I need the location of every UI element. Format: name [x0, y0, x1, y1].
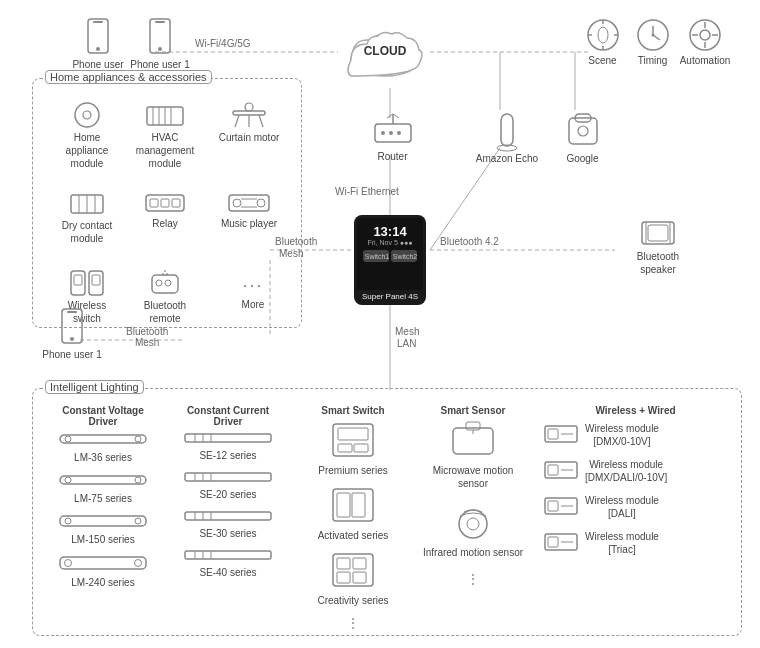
bluetooth-speaker-node: Bluetooth speaker — [618, 218, 698, 276]
music-player-item: Music player — [215, 191, 283, 230]
automation-label: Automation — [680, 54, 731, 67]
router-node: Router — [365, 110, 420, 163]
google-label: Google — [566, 152, 598, 165]
svg-point-46 — [700, 30, 710, 40]
home-appliances-box: Home appliances & accessories Home appli… — [32, 78, 302, 328]
svg-point-97 — [156, 280, 162, 286]
svg-line-75 — [235, 115, 239, 127]
hvac-item: HVACmanagement module — [131, 101, 199, 170]
svg-rect-136 — [354, 444, 368, 452]
svg-rect-134 — [338, 428, 368, 440]
svg-point-112 — [65, 518, 71, 524]
cloud-label: CLOUD — [345, 44, 425, 58]
svg-rect-21 — [93, 21, 103, 23]
svg-rect-157 — [548, 501, 558, 511]
svg-rect-144 — [353, 572, 366, 583]
svg-point-115 — [65, 560, 72, 567]
svg-point-62 — [578, 126, 588, 136]
bottom-phone: Phone user 1 — [42, 308, 102, 361]
svg-rect-86 — [172, 199, 180, 207]
svg-point-149 — [467, 518, 479, 530]
svg-point-68 — [83, 111, 91, 119]
svg-point-104 — [70, 337, 74, 341]
svg-rect-151 — [548, 429, 558, 439]
bluetooth-speaker-label: Bluetooth speaker — [618, 250, 698, 276]
svg-point-109 — [65, 477, 71, 483]
router-label: Router — [377, 150, 407, 163]
svg-point-116 — [135, 560, 142, 567]
svg-point-25 — [158, 47, 162, 51]
phone-user-1-top: Phone user 1 — [130, 18, 190, 71]
svg-point-67 — [75, 103, 99, 127]
svg-rect-138 — [337, 493, 350, 517]
more-item: ··· More — [233, 275, 273, 311]
svg-point-88 — [233, 199, 241, 207]
svg-rect-85 — [161, 199, 169, 207]
cc-driver-col: Constant CurrentDriver SE-12 series — [173, 405, 283, 583]
lighting-title: Intelligent Lighting — [45, 380, 144, 394]
svg-rect-154 — [548, 465, 558, 475]
svg-rect-103 — [67, 311, 77, 313]
svg-point-78 — [245, 103, 253, 111]
svg-point-44 — [651, 34, 654, 37]
bt-remote-item: Bluetooth remote — [131, 269, 199, 325]
svg-point-54 — [397, 131, 401, 135]
svg-rect-139 — [352, 493, 365, 517]
svg-rect-129 — [185, 551, 271, 559]
svg-text:Mesh: Mesh — [395, 326, 419, 337]
relay-item: Relay — [131, 191, 199, 230]
cv-driver-col: Constant VoltageDriver LM-36 series LM-7… — [43, 405, 163, 593]
google-node: Google — [555, 110, 610, 165]
svg-point-110 — [135, 477, 141, 483]
svg-point-107 — [135, 436, 141, 442]
svg-point-39 — [598, 27, 608, 43]
svg-rect-24 — [155, 21, 165, 23]
scene-node: Scene — [575, 18, 630, 67]
svg-rect-84 — [150, 199, 158, 207]
svg-rect-117 — [185, 434, 271, 442]
svg-rect-94 — [74, 275, 82, 285]
svg-rect-137 — [333, 489, 373, 521]
svg-rect-87 — [229, 195, 269, 211]
svg-text:Bluetooth 4.2: Bluetooth 4.2 — [440, 236, 499, 247]
amazon-echo-label: Amazon Echo — [476, 152, 538, 165]
svg-rect-66 — [648, 225, 668, 241]
svg-line-77 — [259, 115, 263, 127]
svg-point-52 — [381, 131, 385, 135]
svg-line-56 — [387, 114, 393, 118]
svg-rect-58 — [501, 114, 513, 146]
svg-rect-95 — [92, 275, 100, 285]
svg-point-106 — [65, 436, 71, 442]
svg-text:Wi-Fi/4G/5G: Wi-Fi/4G/5G — [195, 38, 251, 49]
curtain-motor-item: Curtain motor — [215, 101, 283, 144]
svg-point-98 — [165, 280, 171, 286]
svg-text:Wi-Fi   Ethernet: Wi-Fi Ethernet — [335, 186, 399, 197]
svg-point-34 — [588, 20, 618, 50]
svg-rect-135 — [338, 444, 352, 452]
amazon-echo-node: Amazon Echo — [472, 110, 542, 165]
timing-node: Timing — [625, 18, 680, 67]
svg-point-53 — [389, 131, 393, 135]
svg-rect-141 — [337, 558, 350, 569]
svg-rect-114 — [60, 557, 146, 569]
bt-mesh-label: BluetoothMesh — [126, 326, 168, 348]
svg-rect-83 — [146, 195, 184, 211]
svg-rect-108 — [60, 476, 146, 484]
cloud-node: CLOUD — [345, 22, 425, 76]
svg-rect-143 — [337, 572, 350, 583]
dry-contact-item: Dry contactmodule — [53, 191, 121, 245]
svg-rect-111 — [60, 516, 146, 526]
smart-switch-col: Smart Switch Premium series — [303, 405, 403, 631]
svg-rect-142 — [353, 558, 366, 569]
svg-line-40 — [594, 27, 612, 43]
scene-label: Scene — [588, 54, 616, 67]
svg-rect-121 — [185, 473, 271, 481]
smart-sensor-col: Smart Sensor Microwave motion sensor — [418, 405, 528, 587]
intelligent-lighting-box: Intelligent Lighting Constant VoltageDri… — [32, 388, 742, 636]
automation-node: Automation — [675, 18, 735, 67]
svg-rect-125 — [185, 512, 271, 520]
svg-rect-160 — [548, 537, 558, 547]
svg-rect-146 — [466, 422, 480, 430]
wireless-wired-col: Wireless + Wired Wireless module[DMX/0-1… — [543, 405, 728, 560]
svg-point-113 — [135, 518, 141, 524]
